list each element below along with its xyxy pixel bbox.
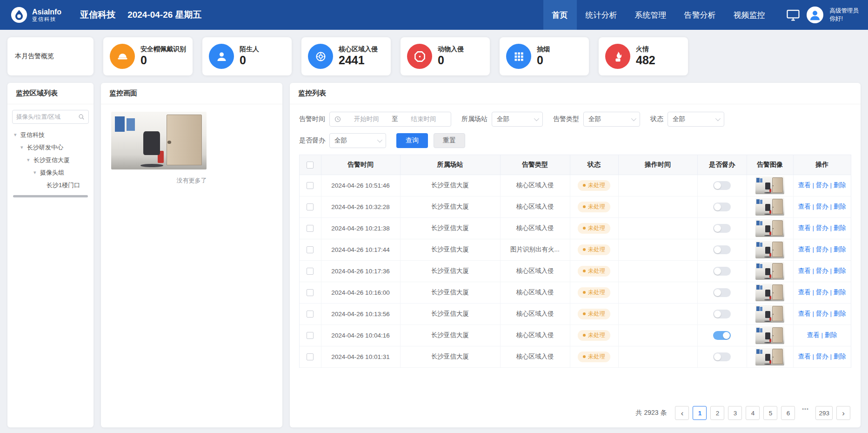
caret-down-icon[interactable]: ▾ bbox=[14, 132, 20, 138]
page-5-button[interactable]: 5 bbox=[763, 406, 777, 420]
select-all-checkbox[interactable] bbox=[307, 162, 314, 169]
action-supervise-link[interactable]: 督办 bbox=[816, 224, 828, 231]
alarm-image-thumbnail[interactable] bbox=[755, 176, 784, 194]
stat-cards: 安全帽佩戴识别0陌生人0核心区域入侵2441动物入侵0抽烟0火情482 bbox=[103, 37, 688, 75]
action-view-link[interactable]: 查看 bbox=[798, 182, 811, 189]
search-icon[interactable] bbox=[78, 114, 85, 120]
supervise-toggle[interactable] bbox=[713, 245, 731, 254]
action-delete-link[interactable]: 删除 bbox=[834, 289, 846, 296]
more-pages-icon[interactable]: ••• bbox=[799, 406, 812, 420]
action-delete-link[interactable]: 删除 bbox=[834, 353, 846, 360]
monitor-icon[interactable] bbox=[786, 8, 800, 22]
user-icon bbox=[808, 8, 822, 22]
page-6-button[interactable]: 6 bbox=[781, 406, 795, 420]
row-checkbox[interactable] bbox=[307, 182, 314, 189]
type-select[interactable]: 全部 bbox=[583, 112, 640, 127]
action-supervise-link[interactable]: 督办 bbox=[816, 246, 828, 253]
alarm-image-thumbnail[interactable] bbox=[755, 198, 784, 216]
tree-node[interactable]: ▾长沙研发中心 bbox=[12, 141, 89, 154]
prev-page-button[interactable]: ‹ bbox=[675, 406, 689, 420]
horizontal-scrollbar[interactable] bbox=[13, 195, 88, 197]
supervise-toggle[interactable] bbox=[713, 224, 731, 233]
supervise-toggle[interactable] bbox=[713, 310, 731, 318]
supervise-toggle[interactable] bbox=[713, 331, 731, 340]
tree-node[interactable]: 长沙1楼门口 bbox=[12, 179, 89, 191]
action-delete-link[interactable]: 删除 bbox=[825, 332, 837, 338]
camera-search-input[interactable] bbox=[16, 114, 75, 120]
action-supervise-link[interactable]: 督办 bbox=[816, 353, 828, 360]
page-1-button[interactable]: 1 bbox=[693, 406, 707, 420]
action-view-link[interactable]: 查看 bbox=[798, 310, 811, 317]
tree-node[interactable]: ▾亚信科技 bbox=[12, 129, 89, 141]
action-delete-link[interactable]: 删除 bbox=[834, 182, 846, 189]
page-3-button[interactable]: 3 bbox=[728, 406, 742, 420]
action-delete-link[interactable]: 删除 bbox=[834, 267, 846, 274]
table-row: 2024-04-26 10:17:36长沙亚信大厦核心区域入侵未处理查看 | 督… bbox=[300, 260, 851, 282]
row-checkbox[interactable] bbox=[307, 289, 314, 296]
status-select[interactable]: 全部 bbox=[668, 112, 724, 127]
supervise-toggle[interactable] bbox=[713, 267, 731, 276]
camera-preview-thumbnail[interactable] bbox=[111, 112, 207, 169]
action-view-link[interactable]: 查看 bbox=[798, 224, 811, 231]
alarm-image-thumbnail[interactable] bbox=[755, 305, 784, 323]
alarm-image-thumbnail[interactable] bbox=[755, 219, 784, 237]
end-time-placeholder[interactable]: 结束时间 bbox=[401, 115, 446, 123]
nav-item-video-monitor[interactable]: 视频监控 bbox=[725, 0, 774, 30]
action-delete-link[interactable]: 删除 bbox=[834, 224, 846, 231]
start-time-placeholder[interactable]: 开始时间 bbox=[344, 115, 389, 123]
action-view-link[interactable]: 查看 bbox=[798, 289, 811, 296]
supervise-toggle[interactable] bbox=[713, 352, 731, 361]
row-checkbox[interactable] bbox=[307, 353, 314, 360]
caret-down-icon[interactable]: ▾ bbox=[27, 157, 33, 163]
page-2-button[interactable]: 2 bbox=[710, 406, 724, 420]
scene-door bbox=[772, 199, 783, 214]
nav-item-alarm-analysis[interactable]: 告警分析 bbox=[675, 0, 725, 30]
row-checkbox[interactable] bbox=[307, 203, 314, 210]
alarm-image-thumbnail[interactable] bbox=[755, 348, 784, 365]
nav-item-system[interactable]: 系统管理 bbox=[626, 0, 675, 30]
action-supervise-link[interactable]: 督办 bbox=[816, 289, 828, 296]
action-view-link[interactable]: 查看 bbox=[798, 203, 811, 210]
row-checkbox[interactable] bbox=[307, 268, 314, 275]
action-view-link[interactable]: 查看 bbox=[798, 246, 811, 253]
alarm-image-thumbnail[interactable] bbox=[755, 284, 784, 301]
action-supervise-link[interactable]: 督办 bbox=[816, 182, 828, 189]
page-293-button[interactable]: 293 bbox=[815, 406, 833, 420]
alarm-image-thumbnail[interactable] bbox=[755, 262, 784, 280]
page-4-button[interactable]: 4 bbox=[746, 406, 760, 420]
col-op-time: 操作时间 bbox=[618, 155, 697, 175]
alarm-image-thumbnail[interactable] bbox=[755, 241, 784, 258]
action-delete-link[interactable]: 删除 bbox=[834, 310, 846, 317]
station-select[interactable]: 全部 bbox=[492, 112, 543, 127]
region-panel: 监控区域列表 ▾亚信科技▾长沙研发中心▾长沙亚信大厦▾摄像头组长沙1楼门口 bbox=[7, 83, 93, 427]
action-delete-link[interactable]: 删除 bbox=[834, 246, 846, 253]
tree-node[interactable]: ▾长沙亚信大厦 bbox=[12, 154, 89, 166]
row-actions: 查看 | 督办 | 删除 bbox=[793, 260, 851, 282]
date-range-picker[interactable]: 开始时间 至 结束时间 bbox=[329, 112, 451, 127]
query-button[interactable]: 查询 bbox=[396, 133, 428, 148]
action-view-link[interactable]: 查看 bbox=[807, 332, 820, 338]
supervise-toggle[interactable] bbox=[713, 288, 731, 297]
alarm-image-thumbnail[interactable] bbox=[755, 326, 784, 344]
row-checkbox[interactable] bbox=[307, 225, 314, 232]
reset-button[interactable]: 重置 bbox=[434, 133, 465, 148]
nav-item-home[interactable]: 首页 bbox=[543, 0, 577, 30]
supervise-select[interactable]: 全部 bbox=[329, 133, 386, 148]
caret-down-icon[interactable]: ▾ bbox=[20, 144, 27, 150]
tree-node[interactable]: ▾摄像头组 bbox=[12, 166, 89, 179]
action-view-link[interactable]: 查看 bbox=[798, 267, 811, 274]
avatar[interactable] bbox=[807, 7, 823, 23]
action-supervise-link[interactable]: 督办 bbox=[816, 203, 828, 210]
row-checkbox[interactable] bbox=[307, 246, 314, 253]
row-checkbox[interactable] bbox=[307, 332, 314, 339]
next-page-button[interactable]: › bbox=[836, 406, 850, 420]
action-supervise-link[interactable]: 督办 bbox=[816, 310, 828, 317]
action-delete-link[interactable]: 删除 bbox=[834, 203, 846, 210]
supervise-toggle[interactable] bbox=[713, 181, 731, 190]
supervise-toggle[interactable] bbox=[713, 203, 731, 211]
caret-down-icon[interactable]: ▾ bbox=[33, 169, 40, 176]
action-supervise-link[interactable]: 督办 bbox=[816, 267, 828, 274]
nav-item-statistics[interactable]: 统计分析 bbox=[577, 0, 626, 30]
action-view-link[interactable]: 查看 bbox=[798, 353, 811, 360]
row-checkbox[interactable] bbox=[307, 311, 314, 318]
